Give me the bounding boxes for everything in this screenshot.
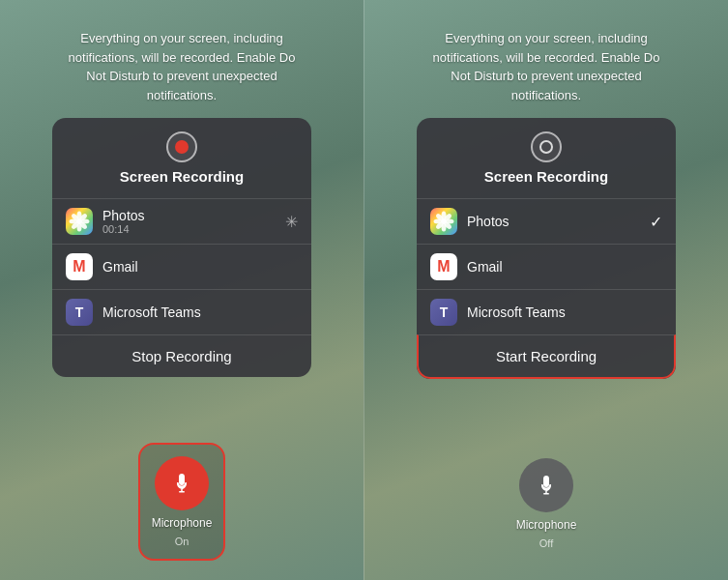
left-stop-recording-btn[interactable]: Stop Recording [52,334,311,377]
left-photos-spinner: ✳ [285,213,298,231]
left-mic-wrapper[interactable]: Microphone On [138,443,226,561]
right-phone-panel: Everything on your screen, including not… [364,0,728,580]
left-mic-sublabel: On [175,536,189,547]
left-mic-label: Microphone [152,516,213,530]
right-photos-checkmark: ✓ [650,213,662,231]
right-photos-icon [430,208,457,235]
right-record-icon [531,131,562,162]
left-gmail-name: Gmail [102,259,298,275]
photos-icon [66,208,93,235]
left-phone-panel: Everything on your screen, including not… [0,0,364,580]
left-notification-text: Everything on your screen, including not… [66,29,298,104]
left-mic-button[interactable] [155,456,209,510]
right-gmail-icon: M [430,253,457,280]
left-app-item-photos[interactable]: Photos 00:14 ✳ [52,198,311,244]
right-mic-button[interactable] [519,458,573,512]
left-mic-icon [170,472,193,495]
right-teams-name: Microsoft Teams [467,304,662,320]
record-dot-outline [539,140,553,154]
right-teams-icon: T [430,299,457,326]
right-teams-t-letter: T [440,304,449,320]
right-recording-card: Screen Recording [417,118,676,379]
right-start-recording-btn[interactable]: Start Recording [417,334,676,379]
left-teams-name-group: Microsoft Teams [102,304,298,320]
left-recording-card: Screen Recording [52,118,311,377]
right-mic-wrapper[interactable]: Microphone Off [505,447,589,561]
svg-point-17 [441,218,447,224]
left-card-header: Screen Recording [52,118,311,198]
left-app-item-teams[interactable]: T Microsoft Teams [52,289,311,334]
left-card-title: Screen Recording [120,168,244,185]
right-card-title: Screen Recording [484,168,608,185]
left-teams-name: Microsoft Teams [102,304,298,320]
left-microphone-section: Microphone On [138,443,226,561]
right-mic-sublabel: Off [539,537,553,549]
right-microphone-section: Microphone Off [505,447,589,561]
left-app-list: Photos 00:14 ✳ M Gmail T M [52,198,311,334]
left-photos-subtitle: 00:14 [102,223,285,235]
right-photos-name: Photos [467,214,650,229]
left-record-icon [166,131,197,162]
gmail-m-letter: M [73,258,85,276]
right-gmail-name-group: Gmail [467,259,662,275]
record-dot-red [175,140,189,154]
right-teams-name-group: Microsoft Teams [467,304,662,320]
right-app-item-gmail[interactable]: M Gmail [417,244,676,289]
right-mic-icon [535,474,558,497]
left-gmail-name-group: Gmail [102,259,298,275]
left-app-item-gmail[interactable]: M Gmail [52,244,311,289]
left-photos-name: Photos [102,208,285,223]
left-photos-name-group: Photos 00:14 [102,208,285,235]
teams-icon: T [66,299,93,326]
right-gmail-name: Gmail [467,259,662,275]
right-gmail-m-letter: M [437,258,450,276]
right-card-header: Screen Recording [417,118,676,198]
right-mic-label: Microphone [516,518,577,532]
right-notification-text: Everything on your screen, including not… [430,29,662,104]
right-app-item-teams[interactable]: T Microsoft Teams [417,289,676,334]
right-app-item-photos[interactable]: Photos ✓ [417,198,676,244]
teams-t-letter: T [75,304,84,320]
right-app-list: Photos ✓ M Gmail T Microsoft Teams [417,198,676,334]
right-photos-name-group: Photos [467,214,650,229]
gmail-icon: M [66,253,93,280]
svg-point-8 [76,218,82,224]
